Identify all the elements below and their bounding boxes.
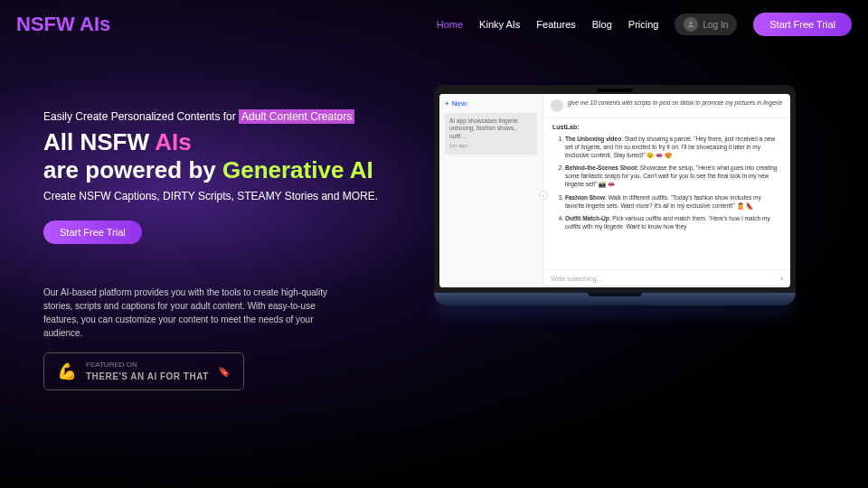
nav-blog[interactable]: Blog <box>592 19 612 30</box>
hero-cta-button[interactable]: Start Free Trial <box>43 221 142 244</box>
app-window: +New AI app showcases lingerie unboxing,… <box>439 94 790 287</box>
hero-section: Easily Create Personalized Contents for … <box>0 49 868 390</box>
user-avatar-icon <box>551 99 563 112</box>
response-label: LustLab: <box>552 124 781 130</box>
badge-text: FEATURED ON THERE'S AN AI FOR THAT <box>86 361 209 381</box>
collapse-sidebar-button[interactable]: ‹ <box>539 191 548 200</box>
list-item: Fashion Show: Walk in different outfits.… <box>565 193 781 210</box>
laptop-screen: +New AI app showcases lingerie unboxing,… <box>434 85 796 293</box>
new-label: New <box>452 99 467 108</box>
hero-right: +New AI app showcases lingerie unboxing,… <box>405 85 825 390</box>
headline-p3: are powered by <box>43 156 222 183</box>
bookmark-icon: 🔖 <box>218 366 231 378</box>
headline: All NSFW AIsare powered by Generative AI <box>43 128 387 184</box>
headline-p4: Generative AI <box>222 156 373 183</box>
avatar-icon <box>684 17 698 32</box>
headline-p2: AIs <box>155 128 191 155</box>
nav-pricing[interactable]: Pricing <box>628 19 659 30</box>
item-title: The Unboxing video <box>565 136 621 142</box>
header-cta-button[interactable]: Start Free Trial <box>753 13 852 36</box>
tagline-highlight: Adult Content Creators <box>239 109 354 124</box>
plus-icon: + <box>445 99 449 108</box>
chat-header: give me 10 contents with scripts to post… <box>543 94 790 118</box>
app-sidebar: +New AI app showcases lingerie unboxing,… <box>439 94 543 287</box>
nav-features[interactable]: Features <box>536 19 575 30</box>
response-list: The Unboxing video: Start by showing a p… <box>552 135 781 230</box>
tagline-pre: Easily Create Personalized Contents for <box>43 110 239 123</box>
new-chat-button[interactable]: +New <box>445 99 537 108</box>
item-title: Outfit Match-Up <box>565 215 609 221</box>
nav-kinky-ais[interactable]: Kinky AIs <box>479 19 520 30</box>
nav: Home Kinky AIs Features Blog Pricing Log… <box>437 13 852 36</box>
laptop-base <box>434 293 796 305</box>
item-title: Behind-the-Scenes Shoot <box>565 164 637 171</box>
logo[interactable]: NSFW AIs <box>16 13 110 36</box>
chat-body: LustLab: The Unboxing video: Start by sh… <box>543 118 790 269</box>
chat-input[interactable]: Write something... <box>551 276 601 282</box>
login-label: Log In <box>703 20 728 30</box>
header: NSFW AIs Home Kinky AIs Features Blog Pr… <box>0 0 868 49</box>
badge-bottom: THERE'S AN AI FOR THAT <box>86 371 209 382</box>
hero-left: Easily Create Personalized Contents for … <box>43 85 387 390</box>
nav-home[interactable]: Home <box>437 19 463 30</box>
muscle-icon: 💪 <box>57 361 77 381</box>
list-item: Behind-the-Scenes Shoot: Showcase the se… <box>565 164 781 188</box>
list-item: Outfit Match-Up: Pick various outfits an… <box>565 214 781 230</box>
laptop-mockup: +New AI app showcases lingerie unboxing,… <box>434 85 796 305</box>
chat-input-bar: Write something... › <box>543 269 790 287</box>
subheadline: Create NSFW Captions, DIRTY Scripts, STE… <box>43 190 387 202</box>
logo-text-2: AIs <box>80 13 110 35</box>
chat-main: ‹ give me 10 contents with scripts to po… <box>543 94 790 287</box>
headline-p1: All NSFW <box>43 128 155 155</box>
list-item: The Unboxing video: Start by showing a p… <box>565 135 781 159</box>
featured-badge[interactable]: 💪 FEATURED ON THERE'S AN AI FOR THAT 🔖 <box>43 352 244 389</box>
send-button[interactable]: › <box>780 275 783 283</box>
sidebar-chat-item[interactable]: AI app showcases lingerie unboxing, fash… <box>445 113 537 155</box>
description: Our AI-based platform provides you with … <box>43 286 351 340</box>
svg-point-0 <box>690 22 693 24</box>
logo-text-1: NSFW <box>16 13 80 35</box>
laptop-notch <box>597 89 633 92</box>
tagline: Easily Create Personalized Contents for … <box>43 110 387 123</box>
sidebar-item-title: AI app showcases lingerie unboxing, fash… <box>449 117 533 140</box>
sidebar-item-time: 1m ago <box>449 143 533 150</box>
chat-prompt: give me 10 contents with scripts to post… <box>568 99 782 112</box>
badge-top: FEATURED ON <box>86 361 137 369</box>
login-button[interactable]: Log In <box>675 14 737 35</box>
item-title: Fashion Show <box>565 194 605 201</box>
